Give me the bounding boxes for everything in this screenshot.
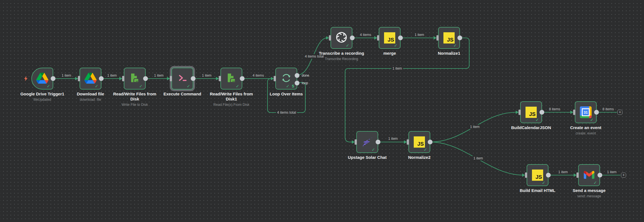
output-handle[interactable] [594, 110, 599, 115]
connection-label: 1 item [201, 73, 213, 78]
output-handle[interactable] [540, 110, 544, 115]
output-handle[interactable] [350, 36, 355, 40]
success-check: ✓ [542, 180, 546, 185]
output-handle[interactable] [376, 140, 380, 145]
file-disk-icon [226, 72, 237, 85]
output-handle[interactable] [457, 36, 462, 40]
node-title: Send a message [564, 188, 614, 193]
output-handle[interactable] [240, 76, 245, 81]
node-build-email-html[interactable]: JS ✓ Build Email HTML [527, 164, 548, 186]
node-title: Google Drive Trigger1 [17, 91, 67, 97]
node-subtitle: download: file [66, 97, 115, 102]
connection-label: 1 item [153, 73, 165, 78]
input-handle[interactable] [377, 35, 379, 41]
node-subtitle: Transcribe Recording [317, 57, 366, 61]
add-node-button[interactable]: + [621, 173, 626, 178]
connection-label: 1 item [472, 156, 484, 161]
node-title: merge [365, 51, 415, 56]
output-handle[interactable] [597, 173, 602, 178]
node-send-a-message[interactable]: ✓ Send a message send: message [578, 164, 600, 186]
connection-label: 1 item [606, 170, 618, 174]
javascript-icon: JS [384, 32, 395, 44]
input-handle[interactable] [219, 76, 221, 81]
success-check: ✓ [593, 180, 597, 185]
node-title: Upstage Solar Chat [342, 155, 392, 160]
output-handle[interactable] [99, 76, 104, 81]
port-label-loop: loop [302, 81, 308, 85]
javascript-icon: JS [414, 136, 425, 148]
node-merge[interactable]: JS ✓ merge [379, 27, 401, 49]
add-node-button[interactable]: + [617, 110, 622, 115]
node-normalize2[interactable]: JS ✓ Normalize2 [408, 131, 430, 153]
output-handle[interactable] [428, 140, 433, 145]
node-title: Loop Over Items [261, 91, 311, 97]
output-handle-loop[interactable] [295, 81, 299, 86]
upstage-icon [362, 138, 373, 147]
file-disk-icon [129, 72, 140, 85]
success-check: ✓ [371, 147, 376, 152]
input-handle[interactable] [525, 173, 527, 178]
success-check: ✓ [236, 84, 240, 89]
input-handle[interactable] [170, 76, 172, 81]
input-handle[interactable] [122, 76, 124, 81]
node-download-file[interactable]: ✓ Download file download: file [80, 68, 101, 90]
node-transcribe-a-recording[interactable]: ✓ Transcribe a recording Transcribe Reco… [331, 27, 352, 49]
javascript-icon: JS [532, 170, 543, 181]
success-check: ✓ [47, 84, 51, 89]
success-check: ✓ [95, 84, 99, 89]
input-handle[interactable] [355, 139, 357, 145]
node-title: BuildCalendarJSON [506, 125, 556, 130]
input-handle[interactable] [519, 110, 521, 115]
connection-label: 8 items [601, 107, 615, 111]
input-handle[interactable] [576, 173, 579, 178]
terminal-icon [177, 72, 188, 85]
node-read-write-files-from-disk[interactable]: ✓ Read/Write Files from Disk Write File … [124, 68, 146, 90]
success-check: ✓ [187, 84, 191, 89]
trigger-bolt-icon [24, 76, 28, 82]
input-handle[interactable] [78, 76, 80, 81]
output-handle[interactable] [143, 76, 148, 81]
connection-label: 4 items total [276, 110, 297, 115]
output-handle-done[interactable] [295, 73, 299, 78]
node-execute-command[interactable]: ✓ Execute Command [171, 68, 193, 90]
input-handle[interactable] [329, 35, 331, 41]
success-check: ✓ [394, 43, 398, 48]
node-buildcalendarjson[interactable]: JS ✓ BuildCalendarJSON [520, 101, 542, 123]
node-title: Normalize2 [394, 155, 444, 160]
node-subtitle: fileUpdated [17, 97, 67, 102]
output-handle[interactable] [51, 76, 55, 81]
output-handle[interactable] [546, 173, 551, 178]
node-title: Build Email HTML [513, 188, 562, 193]
node-title: Read/Write Files from Disk1 [206, 91, 256, 102]
input-handle[interactable] [573, 110, 575, 115]
connection-label: 4 items [359, 33, 372, 37]
output-handle[interactable] [191, 76, 196, 81]
input-handle[interactable] [436, 35, 439, 41]
node-google-drive-trigger1[interactable]: ✓ Google Drive Trigger1 fileUpdated [31, 68, 53, 90]
node-loop-over-items[interactable]: ✓ 5 done loop Loop Over Items [275, 68, 297, 90]
node-normalize1[interactable]: JS ✓ Normalize1 [438, 27, 460, 49]
google-drive-icon [36, 73, 48, 85]
success-check-with-count: ✓ 5 [286, 84, 295, 89]
input-handle[interactable] [274, 76, 276, 81]
node-read-write-files-from-disk1[interactable]: ✓ Read/Write Files from Disk1 Read File(… [220, 68, 242, 90]
connection-label: 1 item [387, 136, 399, 141]
success-check: ✓ [590, 117, 594, 122]
node-subtitle: send: message [564, 194, 614, 198]
loop-icon [280, 72, 292, 85]
connection-label: 1 item [557, 170, 569, 174]
success-check: ✓ [139, 84, 143, 89]
node-title: Execute Command [157, 91, 207, 97]
output-handle[interactable] [398, 36, 403, 40]
javascript-icon: JS [526, 107, 537, 118]
node-create-an-event[interactable]: 31 ✓ Create an event create: event [575, 101, 597, 123]
success-check: ✓ [424, 147, 428, 152]
node-title: Create an event [561, 125, 611, 130]
node-subtitle: Write File to Disk [110, 102, 160, 107]
node-subtitle: create: event [561, 131, 611, 136]
input-handle[interactable] [407, 139, 409, 145]
connection-label: 1 item [413, 33, 425, 37]
connection-label: 1 item [106, 73, 118, 78]
node-upstage-solar-chat[interactable]: ✓ Upstage Solar Chat [356, 131, 378, 153]
workflow-canvas[interactable]: 1 item 1 item 1 item 1 item 4 items 4 it… [0, 0, 644, 222]
